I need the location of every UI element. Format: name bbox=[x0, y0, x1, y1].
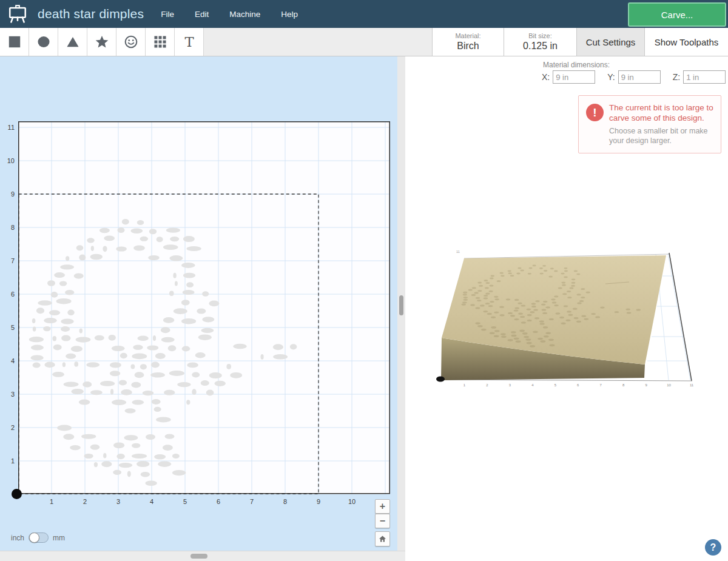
menu-file[interactable]: File bbox=[161, 10, 174, 19]
tool-text[interactable]: T bbox=[175, 28, 204, 56]
easel-app: death star dimples File Edit Machine Hel… bbox=[0, 0, 728, 561]
tab-show-toolpaths[interactable]: Show Toolpaths bbox=[644, 28, 728, 56]
y-tick-label: 9 bbox=[0, 190, 15, 198]
unit-label-inch: inch bbox=[11, 534, 24, 542]
x-tick-label: 3 bbox=[113, 497, 124, 506]
star-icon bbox=[94, 34, 110, 50]
y-tick-label: 10 bbox=[0, 156, 15, 165]
unit-toggle: inch mm bbox=[11, 532, 65, 543]
x-dimension-input[interactable] bbox=[553, 70, 595, 84]
origin-marker[interactable] bbox=[12, 489, 22, 499]
shape-tool-group: T bbox=[0, 28, 204, 56]
svg-text:4: 4 bbox=[531, 383, 534, 387]
svg-text:8: 8 bbox=[622, 383, 625, 387]
x-tick-label: 6 bbox=[213, 497, 224, 506]
circle-icon bbox=[36, 34, 52, 50]
tool-shape-grid[interactable] bbox=[146, 28, 175, 56]
menu-machine[interactable]: Machine bbox=[229, 10, 260, 19]
y-tick-label: 7 bbox=[0, 257, 15, 265]
x-tick-label: 1 bbox=[46, 497, 57, 506]
x-tick-label: 7 bbox=[246, 497, 257, 506]
x-tick-label: 4 bbox=[146, 497, 157, 506]
material-dimensions-row: X: Y: Z: bbox=[542, 70, 726, 84]
tool-circle[interactable] bbox=[29, 28, 58, 56]
y-dimension-input[interactable] bbox=[618, 70, 661, 84]
x-tick-label: 10 bbox=[346, 497, 357, 506]
plus-icon: + bbox=[380, 501, 385, 512]
dimension-field-y: Y: bbox=[607, 70, 660, 84]
easel-logo-icon[interactable] bbox=[6, 2, 29, 25]
tool-smiley[interactable] bbox=[116, 28, 146, 56]
dimension-field-z: Z: bbox=[673, 70, 726, 84]
svg-text:1: 1 bbox=[463, 383, 466, 387]
smiley-icon bbox=[123, 34, 139, 50]
y-field-label: Y: bbox=[607, 72, 615, 82]
svg-text:T: T bbox=[184, 34, 194, 50]
y-tick-label: 6 bbox=[0, 290, 15, 298]
svg-text:11: 11 bbox=[456, 250, 460, 254]
y-tick-label: 4 bbox=[0, 357, 15, 365]
zoom-in-button[interactable]: + bbox=[375, 499, 390, 514]
home-icon bbox=[378, 534, 387, 543]
warning-body: Choose a smaller bit or make your design… bbox=[609, 126, 715, 146]
y-tick-label: 2 bbox=[0, 423, 15, 432]
bit-size-label: Bit size: bbox=[528, 32, 552, 40]
material-selector[interactable]: Material: Birch bbox=[432, 28, 504, 56]
svg-text:3: 3 bbox=[509, 383, 511, 387]
divider-drag-handle[interactable] bbox=[399, 295, 403, 315]
square-icon bbox=[7, 34, 22, 50]
menu-help[interactable]: Help bbox=[281, 10, 298, 19]
shape-grid-icon bbox=[152, 34, 168, 50]
material-3d-preview[interactable]: 123456789101111 bbox=[425, 246, 704, 391]
y-tick-label: 11 bbox=[0, 123, 15, 132]
x-tick-label: 9 bbox=[313, 497, 324, 506]
scrollbar-handle[interactable] bbox=[190, 554, 207, 559]
z-dimension-input[interactable] bbox=[683, 70, 726, 84]
shape-toolbar: T Material: Birch Bit size: 0.125 in Cut… bbox=[0, 28, 728, 56]
material-value: Birch bbox=[457, 40, 479, 52]
bit-size-selector[interactable]: Bit size: 0.125 in bbox=[504, 28, 576, 56]
tab-cut-settings[interactable]: Cut Settings bbox=[576, 28, 644, 56]
bottom-scrollbar bbox=[0, 551, 405, 561]
design-canvas-panel: 1234567891011 12345678910 + − inch mm bbox=[0, 56, 397, 551]
warning-title: The current bit is too large to carve so… bbox=[609, 103, 715, 124]
triangle-icon bbox=[65, 34, 81, 50]
svg-text:7: 7 bbox=[600, 383, 602, 387]
y-tick-label: 1 bbox=[0, 457, 15, 465]
svg-text:11: 11 bbox=[690, 383, 694, 387]
bit-size-value: 0.125 in bbox=[523, 40, 558, 52]
tool-square[interactable] bbox=[0, 28, 29, 56]
help-button[interactable]: ? bbox=[705, 539, 721, 556]
zoom-home-button[interactable] bbox=[375, 531, 390, 546]
switch-knob[interactable] bbox=[29, 532, 39, 543]
right-panel: Material dimensions: X: Y: Z: ! The curr… bbox=[405, 56, 728, 561]
x-tick-label: 5 bbox=[180, 497, 190, 506]
tool-star[interactable] bbox=[87, 28, 116, 56]
x-field-label: X: bbox=[542, 72, 550, 82]
panel-divider bbox=[397, 56, 405, 551]
svg-text:6: 6 bbox=[577, 383, 579, 387]
x-tick-label: 8 bbox=[280, 497, 291, 506]
project-title[interactable]: death star dimples bbox=[38, 7, 144, 21]
svg-text:2: 2 bbox=[486, 383, 488, 387]
z-field-label: Z: bbox=[673, 72, 680, 82]
question-icon: ? bbox=[710, 542, 716, 553]
y-tick-label: 8 bbox=[0, 223, 15, 232]
carve-button[interactable]: Carve... bbox=[628, 2, 726, 27]
design-grid[interactable] bbox=[18, 121, 390, 494]
menu-edit[interactable]: Edit bbox=[195, 10, 209, 19]
menu-bar: File Edit Machine Help bbox=[161, 10, 298, 19]
dimension-field-x: X: bbox=[542, 70, 595, 84]
topbar: death star dimples File Edit Machine Hel… bbox=[0, 0, 728, 28]
tool-triangle[interactable] bbox=[58, 28, 87, 56]
text-icon: T bbox=[181, 34, 197, 50]
material-label: Material: bbox=[455, 32, 480, 40]
unit-label-mm: mm bbox=[53, 534, 65, 542]
x-tick-label: 2 bbox=[79, 497, 90, 506]
warning-icon: ! bbox=[586, 104, 604, 121]
minus-icon: − bbox=[380, 516, 385, 526]
svg-text:10: 10 bbox=[667, 383, 671, 387]
zoom-out-button[interactable]: − bbox=[375, 514, 390, 528]
unit-switch[interactable] bbox=[29, 532, 49, 543]
svg-text:5: 5 bbox=[554, 383, 557, 387]
